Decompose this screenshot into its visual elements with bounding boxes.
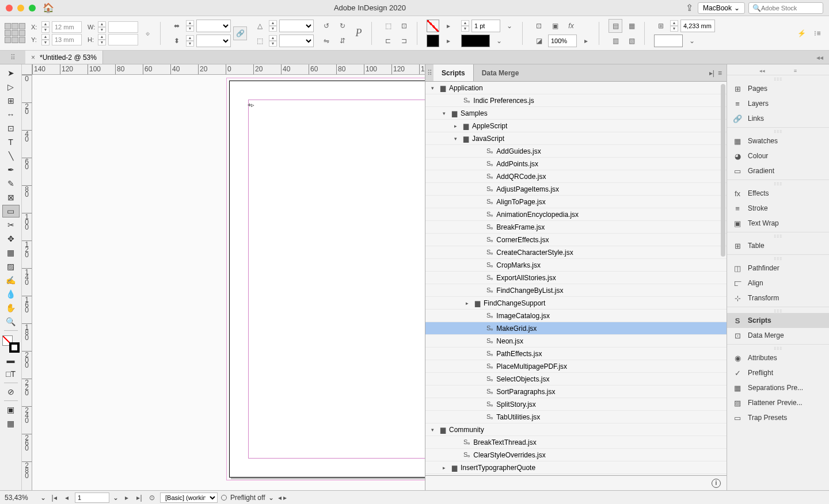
- pen-tool[interactable]: ✒: [2, 163, 20, 176]
- h-up[interactable]: ▲: [98, 34, 106, 40]
- tree-script[interactable]: SₐAdjustPageItems.jsx: [425, 183, 727, 196]
- scissors-tool[interactable]: ✂: [2, 219, 20, 231]
- w-up[interactable]: ▲: [98, 21, 106, 27]
- tree-script[interactable]: SₐExportAllStories.jsx: [425, 272, 727, 284]
- tree-arrow-icon[interactable]: ▾: [431, 85, 437, 91]
- scale-x-select[interactable]: [196, 20, 231, 32]
- dock-grip-icon[interactable]: ⠿⠿⠿: [727, 308, 829, 313]
- page-tool[interactable]: ⊞: [2, 94, 20, 107]
- rotate-cw-icon[interactable]: ↻: [336, 19, 349, 33]
- page-number-input[interactable]: [75, 492, 109, 503]
- tree-script[interactable]: SₐFindChangeByList.jsx: [425, 284, 727, 297]
- first-page-button[interactable]: |◂: [50, 493, 59, 502]
- zoom-level[interactable]: 53,43%: [5, 494, 37, 502]
- stock-search-input[interactable]: [761, 5, 819, 12]
- dock-item-pathfinder[interactable]: ◫Pathfinder: [727, 261, 829, 276]
- rotate-select[interactable]: [279, 20, 314, 32]
- frame-tool[interactable]: ⊠: [2, 191, 20, 204]
- shear-select[interactable]: [279, 35, 314, 47]
- wrap-jump-icon[interactable]: ▥: [609, 34, 622, 48]
- dock-item-effects[interactable]: fxEffects: [727, 186, 829, 201]
- prev-page-button[interactable]: ◂: [62, 493, 71, 502]
- p-icon[interactable]: P: [352, 26, 366, 40]
- stroke-dropdown-icon[interactable]: ▸: [442, 34, 455, 48]
- share-icon[interactable]: ⇪: [686, 2, 693, 13]
- tree-script[interactable]: SₐPlaceMultipagePDF.jsx: [425, 360, 727, 373]
- tree-arrow-icon[interactable]: ▾: [431, 427, 437, 433]
- horizontal-ruler[interactable]: 1401201008060402002040608010012014016018…: [32, 64, 425, 75]
- select-prev-icon[interactable]: ⊏: [381, 34, 395, 48]
- tree-folder[interactable]: ▸▆FindChangeSupport: [425, 297, 727, 310]
- tree-script[interactable]: SₐAlignToPage.jsx: [425, 196, 727, 208]
- dock-item-links[interactable]: 🔗Links: [727, 111, 829, 126]
- workspace-select[interactable]: MacBook ⌄: [698, 2, 745, 14]
- fill-swatch[interactable]: [427, 20, 439, 32]
- panel-grip-icon[interactable]: ⠿: [425, 64, 433, 81]
- scripts-tree[interactable]: ▾▆ApplicationSₐIndic Preferences.js▾▆Sam…: [425, 82, 727, 475]
- x-down[interactable]: ▼: [41, 27, 50, 33]
- document-tab[interactable]: × *Untitled-2 @ 53%: [25, 51, 103, 64]
- tree-folder[interactable]: ▾▆JavaScript: [425, 132, 727, 145]
- stroke-style-swatch[interactable]: [461, 35, 490, 47]
- view-mode-normal-icon[interactable]: ▣: [2, 403, 20, 416]
- maximize-window-button[interactable]: [29, 5, 36, 12]
- document-page[interactable]: [229, 81, 425, 478]
- zoom-tool[interactable]: 🔍: [2, 315, 20, 328]
- dock-item-align[interactable]: ⫍Align: [727, 276, 829, 291]
- adobe-stock-search[interactable]: 🔍: [748, 2, 823, 14]
- tree-folder[interactable]: ▾▆Community: [425, 423, 727, 436]
- corner-type-dropdown[interactable]: ⌄: [685, 34, 699, 48]
- y-input[interactable]: [52, 34, 82, 45]
- link-scale-icon[interactable]: 🔗: [233, 26, 247, 40]
- tree-arrow-icon[interactable]: ▸: [454, 123, 460, 129]
- next-page-button[interactable]: ▸: [122, 493, 131, 502]
- tree-script[interactable]: SₐMakeGrid.jsx: [425, 322, 727, 335]
- ruler-origin[interactable]: [22, 64, 32, 75]
- y-up[interactable]: ▲: [41, 34, 50, 40]
- note-tool[interactable]: ✍: [2, 274, 20, 287]
- reference-point-grid[interactable]: [5, 23, 25, 44]
- tree-script[interactable]: SₐClearStyleOverrides.jsx: [425, 449, 727, 461]
- tree-script[interactable]: SₐCropMarks.jsx: [425, 259, 727, 272]
- panel-menu-icon[interactable]: ⁝≡: [811, 26, 824, 40]
- close-tab-icon[interactable]: ×: [31, 54, 35, 62]
- dock-item-scripts[interactable]: SScripts: [727, 313, 829, 328]
- dock-expand-icon[interactable]: ◂◂ ≡: [727, 67, 829, 75]
- dock-item-data-merge[interactable]: ⊡Data Merge: [727, 328, 829, 343]
- last-page-button[interactable]: ▸|: [135, 493, 144, 502]
- dock-item-stroke[interactable]: ≡Stroke: [727, 201, 829, 216]
- gap-tool[interactable]: ↔: [2, 108, 20, 121]
- tree-arrow-icon[interactable]: ▸: [466, 300, 471, 306]
- apply-none-icon[interactable]: ⊘: [2, 385, 20, 398]
- wrap-skip-icon[interactable]: ▧: [625, 34, 638, 48]
- tree-script[interactable]: SₐPathEffects.jsx: [425, 348, 727, 360]
- stroke-swatch[interactable]: [427, 35, 439, 47]
- fill-stroke-swatches[interactable]: [2, 335, 20, 353]
- free-transform-tool[interactable]: ✥: [2, 232, 20, 245]
- minimize-window-button[interactable]: [17, 5, 24, 12]
- corner-link-icon[interactable]: ⊞: [654, 19, 668, 33]
- dock-item-preflight[interactable]: ✓Preflight: [727, 365, 829, 380]
- preflight-status-icon[interactable]: [221, 495, 227, 501]
- collapse-panel-icon[interactable]: ▸|: [709, 69, 714, 77]
- type-tool[interactable]: T: [2, 136, 20, 148]
- opacity-dropdown[interactable]: ▸: [579, 34, 593, 48]
- dock-item-layers[interactable]: ≡Layers: [727, 96, 829, 111]
- content-collector-tool[interactable]: ⊡: [2, 122, 20, 135]
- tree-script[interactable]: SₐCornerEffects.jsx: [425, 234, 727, 246]
- home-icon[interactable]: 🏠: [43, 2, 54, 13]
- canvas[interactable]: 1401201008060402002040608010012014016018…: [22, 64, 425, 490]
- preflight-dropdown-icon[interactable]: ⌄: [268, 494, 274, 502]
- hand-tool[interactable]: ✋: [2, 301, 20, 314]
- tree-script[interactable]: SₐCreateCharacterStyle.jsx: [425, 246, 727, 259]
- wrap-none-icon[interactable]: ▤: [609, 19, 622, 33]
- gradient-feather-tool[interactable]: ▨: [2, 260, 20, 273]
- flip-v-icon[interactable]: ⇵: [336, 34, 349, 48]
- tree-script[interactable]: SₐIndic Preferences.js: [425, 94, 727, 107]
- dock-item-swatches[interactable]: ▦Swatches: [727, 133, 829, 148]
- tab-scripts[interactable]: Scripts: [433, 64, 474, 81]
- tree-folder[interactable]: ▾▆Application: [425, 82, 727, 94]
- preflight-label[interactable]: Preflight off: [230, 494, 265, 502]
- stroke-weight-dropdown[interactable]: ⌄: [503, 19, 516, 33]
- dock-item-transform[interactable]: ⊹Transform: [727, 291, 829, 306]
